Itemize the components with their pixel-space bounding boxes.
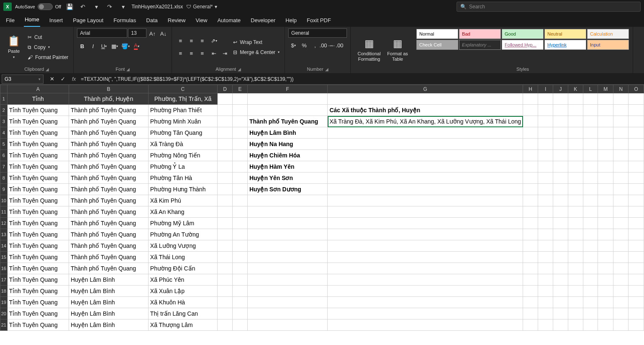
row-header[interactable]: 14 [0,240,8,252]
cell-O7[interactable] [629,161,644,172]
cell-D3[interactable] [218,116,233,127]
cell-L5[interactable] [583,139,598,150]
cell-A15[interactable]: Tỉnh Tuyên Quang [7,252,69,263]
cell-L19[interactable] [583,297,598,308]
row-header[interactable]: 17 [0,274,8,286]
cell-E21[interactable] [233,319,248,331]
row-header[interactable]: 18 [0,286,8,297]
cancel-formula-button[interactable]: ✕ [47,74,57,84]
cell-N14[interactable] [613,240,629,252]
format-as-table-button[interactable]: ▦ Format as Table [386,35,409,65]
bold-button[interactable]: B [77,41,87,51]
cell-B9[interactable]: Thành phố Tuyên Quang [69,184,148,195]
cell-M8[interactable] [598,172,613,184]
cell-B7[interactable]: Thành phố Tuyên Quang [69,161,148,172]
menu-automate[interactable]: Automate [216,15,241,27]
cell-N9[interactable] [613,184,629,195]
formula-input[interactable] [78,75,644,84]
cell-I4[interactable] [538,127,553,139]
cell-J18[interactable] [553,286,568,297]
menu-file[interactable]: File [5,15,15,27]
cell-A20[interactable]: Tỉnh Tuyên Quang [7,308,69,319]
cell-B19[interactable]: Huyện Lâm Bình [69,297,148,308]
cell-L2[interactable] [583,105,598,116]
menu-foxit-pdf[interactable]: Foxit PDF [306,15,332,27]
cell-N13[interactable] [613,229,629,240]
enter-formula-button[interactable]: ✓ [58,74,68,84]
cell-B15[interactable]: Thành phố Tuyên Quang [69,252,148,263]
cell-N17[interactable] [613,274,629,286]
cell-K6[interactable] [568,150,583,161]
cell-F10[interactable] [247,195,328,206]
copy-button[interactable]: ⧉Copy▾ [26,44,70,51]
column-header-L[interactable]: L [583,85,598,93]
cell-C10[interactable]: Xã Kim Phú [148,195,217,206]
cell-E9[interactable] [233,184,248,195]
cell-A3[interactable]: Tỉnh Tuyên Quang [7,116,69,127]
cell-G2[interactable]: Các Xã thuộc Thành phố, Huyện [328,105,523,116]
cell-C11[interactable]: Xã An Khang [148,206,217,218]
cell-D14[interactable] [218,240,233,252]
spreadsheet-grid[interactable]: ABCDEFGHIJKLMNO1TỉnhThành phố, HuyệnPhườ… [0,85,644,345]
cell-J7[interactable] [553,161,568,172]
menu-view[interactable]: View [195,15,208,27]
cell-F3[interactable]: Thành phố Tuyên Quang [247,116,328,127]
cell-K10[interactable] [568,195,583,206]
merge-center-button[interactable]: ⊟Merge & Center▾ [231,49,281,56]
cell-O4[interactable] [629,127,644,139]
cell-F16[interactable] [247,263,328,274]
cell-E12[interactable] [233,218,248,229]
percent-format-button[interactable]: % [299,40,309,50]
cell-style-check-cell[interactable]: Check Cell [416,40,458,50]
dialog-launcher-icon[interactable]: ◢ [325,67,328,72]
cell-O6[interactable] [629,150,644,161]
cell-C9[interactable]: Phường Hưng Thành [148,184,217,195]
cell-A9[interactable]: Tỉnh Tuyên Quang [7,184,69,195]
cell-D8[interactable] [218,172,233,184]
cell-O16[interactable] [629,263,644,274]
cell-style-calculation[interactable]: Calculation [587,29,629,39]
cell-L21[interactable] [583,319,598,331]
decrease-indent-button[interactable]: ⇤ [209,49,219,59]
cell-G10[interactable] [328,195,523,206]
cell-C14[interactable]: Xã Lưỡng Vượng [148,240,217,252]
cell-O20[interactable] [629,308,644,319]
cell-B5[interactable]: Thành phố Tuyên Quang [69,139,148,150]
cell-N1[interactable] [613,93,629,105]
cell-E2[interactable] [233,105,248,116]
italic-button[interactable]: I [88,41,98,51]
cell-H8[interactable] [523,172,538,184]
cell-E4[interactable] [233,127,248,139]
increase-indent-button[interactable]: ⇥ [220,49,230,59]
cell-J21[interactable] [553,319,568,331]
cell-D1[interactable] [218,93,233,105]
cell-D10[interactable] [218,195,233,206]
row-header[interactable]: 5 [0,139,8,150]
cell-O10[interactable] [629,195,644,206]
cell-K3[interactable] [568,116,583,127]
row-header[interactable]: 12 [0,218,8,229]
cell-M12[interactable] [598,218,613,229]
cell-O8[interactable] [629,172,644,184]
cell-E15[interactable] [233,252,248,263]
cell-J17[interactable] [553,274,568,286]
column-header-D[interactable]: D [218,85,233,93]
cell-N11[interactable] [613,206,629,218]
cell-D15[interactable] [218,252,233,263]
cell-H6[interactable] [523,150,538,161]
cell-style-hyperlink[interactable]: Hyperlink [544,40,586,50]
menu-home[interactable]: Home [24,14,40,27]
cell-G11[interactable] [328,206,523,218]
cell-J8[interactable] [553,172,568,184]
cell-E7[interactable] [233,161,248,172]
cell-I15[interactable] [538,252,553,263]
cell-L14[interactable] [583,240,598,252]
redo-button[interactable]: ↷ [105,2,115,12]
select-all-corner[interactable] [0,85,8,93]
column-header-B[interactable]: B [69,85,148,93]
autosave-toggle[interactable] [38,3,53,10]
cell-C19[interactable]: Xã Khuôn Hà [148,297,217,308]
cell-O5[interactable] [629,139,644,150]
cell-L20[interactable] [583,308,598,319]
cell-D7[interactable] [218,161,233,172]
